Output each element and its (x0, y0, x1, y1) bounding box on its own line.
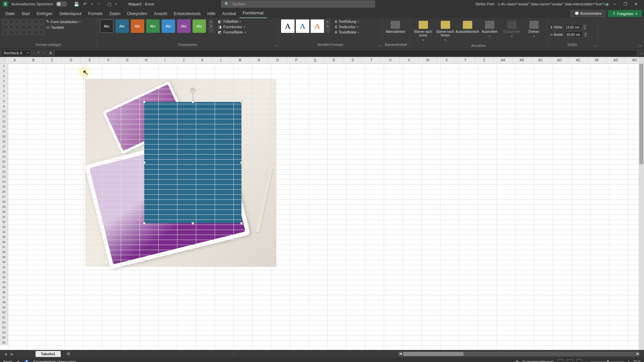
resize-handle-se[interactable] (240, 222, 243, 225)
vertical-scrollbar[interactable] (639, 57, 644, 350)
tab-formeln[interactable]: Formeln (85, 10, 106, 18)
macro-record-icon[interactable]: ◉ (17, 360, 20, 362)
view-normal-button[interactable] (557, 359, 564, 362)
column-header[interactable]: M (231, 57, 250, 63)
row-header[interactable]: 45 (0, 285, 8, 290)
style-swatch-6[interactable]: Abc (177, 19, 191, 33)
view-pagebreak-button[interactable] (576, 359, 582, 362)
row-header[interactable]: 42 (0, 270, 8, 275)
tab-einfuegen[interactable]: Einfügen (33, 10, 56, 18)
resize-handle-s[interactable] (192, 222, 194, 225)
diamond-icon[interactable]: ◈ (605, 1, 609, 7)
row-header[interactable]: 20 (0, 159, 8, 164)
style-swatch-4[interactable]: Abc (146, 19, 160, 33)
selected-shape-rectangle[interactable] (144, 102, 241, 223)
row-header[interactable]: 28 (0, 199, 8, 204)
share-dropdown[interactable]: ▾ (636, 12, 637, 15)
tab-ansicht[interactable]: Ansicht (151, 10, 170, 18)
column-header[interactable]: V (400, 57, 419, 63)
sheet-nav-next[interactable]: ▶ (9, 352, 15, 356)
column-header[interactable]: O (268, 57, 287, 63)
form-bearbeiten-button[interactable]: ✎ Form bearbeiten ▾ (46, 19, 80, 24)
column-header[interactable]: B (24, 57, 43, 63)
wordart-2[interactable]: A (296, 19, 309, 33)
row-header[interactable]: 17 (0, 144, 8, 149)
height-input[interactable] (564, 24, 582, 30)
row-header[interactable]: 37 (0, 245, 8, 250)
undo-button[interactable]: ↶ (82, 1, 89, 7)
row-header[interactable]: 10 (0, 109, 8, 114)
resize-handle-sw[interactable] (143, 222, 146, 225)
column-header[interactable]: AD (550, 57, 569, 63)
style-swatch-2[interactable]: Abc (115, 19, 129, 33)
column-header[interactable]: E (80, 57, 99, 63)
tab-start[interactable]: Start (18, 10, 33, 18)
tab-acrobat[interactable]: Acrobat (219, 10, 239, 18)
column-header[interactable]: R (325, 57, 343, 63)
column-header[interactable]: AE (569, 57, 588, 63)
alternativtext-button[interactable]: Alternativtext (385, 19, 406, 35)
resize-handle-ne[interactable] (240, 101, 243, 103)
tab-daten[interactable]: Daten (106, 10, 124, 18)
row-header[interactable]: 54 (0, 330, 8, 335)
row-header[interactable]: 39 (0, 255, 8, 260)
style-swatch-1[interactable]: Abc (100, 19, 113, 33)
row-header[interactable]: 32 (0, 220, 8, 225)
column-header[interactable]: F (99, 57, 118, 63)
vscroll-thumb[interactable] (639, 64, 643, 164)
close-button[interactable]: ✕ (631, 1, 641, 7)
style-swatch-7[interactable]: Abc (193, 19, 206, 33)
row-header[interactable]: 23 (0, 174, 8, 179)
qat-customize[interactable]: ▾ (114, 1, 118, 7)
row-header[interactable]: 40 (0, 260, 8, 265)
column-header[interactable]: W (419, 57, 437, 63)
name-box[interactable]: Rechteck 6 ▾ (1, 50, 31, 56)
style-gallery-spinner[interactable]: ▴▾⌄ (209, 20, 213, 33)
row-header[interactable]: 53 (0, 325, 8, 330)
width-input[interactable] (565, 32, 583, 38)
column-header[interactable]: AC (531, 57, 550, 63)
column-header[interactable]: AA (494, 57, 513, 63)
row-header[interactable]: 22 (0, 169, 8, 174)
row-header[interactable]: 36 (0, 240, 8, 245)
row-header[interactable]: 43 (0, 275, 8, 280)
shape-style-gallery[interactable]: Abc Abc Abc Abc Abc Abc Abc ▴▾⌄ (100, 19, 213, 33)
row-header[interactable]: 14 (0, 129, 8, 134)
row-header[interactable]: 33 (0, 225, 8, 230)
wordart-spinner[interactable]: ▴▾⌄ (325, 20, 330, 33)
restore-button[interactable]: ❐ (620, 1, 631, 7)
tab-hilfe[interactable]: Hilfe (204, 10, 219, 18)
row-header[interactable]: 51 (0, 315, 8, 320)
wordart-gallery[interactable]: A A A ▴▾⌄ (281, 19, 330, 33)
user-name[interactable]: Stefan Petri (475, 2, 494, 6)
texteffekte-button[interactable]: A Texteffekte▾ (335, 30, 359, 34)
width-spinner[interactable]: ▴▾ (584, 32, 587, 37)
redo-button[interactable]: ↷ (95, 1, 102, 7)
auswahlbereich-button[interactable]: Auswahlbereich (457, 19, 478, 35)
resize-handle-n[interactable] (192, 101, 194, 103)
formenarten-launcher[interactable]: ↘ (274, 44, 277, 47)
undo-dropdown[interactable]: ▾ (90, 1, 94, 7)
column-header[interactable]: H (137, 57, 156, 63)
sheet-nav-prev[interactable]: ◀ (2, 352, 9, 356)
groesse-launcher[interactable]: ↘ (593, 44, 596, 47)
hscroll-left[interactable]: ◀ (398, 352, 402, 355)
ebene-vorne-button[interactable]: Ebene nach vorne▾ (413, 19, 434, 43)
camera-button[interactable]: ▢ (106, 1, 113, 7)
row-header[interactable]: 1 (0, 64, 8, 69)
row-header[interactable]: 29 (0, 204, 8, 209)
column-header[interactable]: T (362, 57, 381, 63)
row-header[interactable]: 5 (0, 84, 8, 89)
row-header[interactable]: 9 (0, 104, 8, 109)
tab-datei[interactable]: Datei (2, 10, 18, 18)
wordart-1[interactable]: A (281, 19, 294, 33)
row-header[interactable]: 30 (0, 209, 8, 215)
zoom-level[interactable]: 70 % (633, 360, 641, 362)
resize-handle-w[interactable] (143, 161, 146, 164)
column-header[interactable]: N (250, 57, 268, 63)
row-header[interactable]: 13 (0, 124, 8, 129)
row-header[interactable]: 15 (0, 134, 8, 139)
column-header[interactable]: Y (456, 57, 475, 63)
row-header[interactable]: 34 (0, 230, 8, 235)
column-header[interactable]: L (212, 57, 231, 63)
